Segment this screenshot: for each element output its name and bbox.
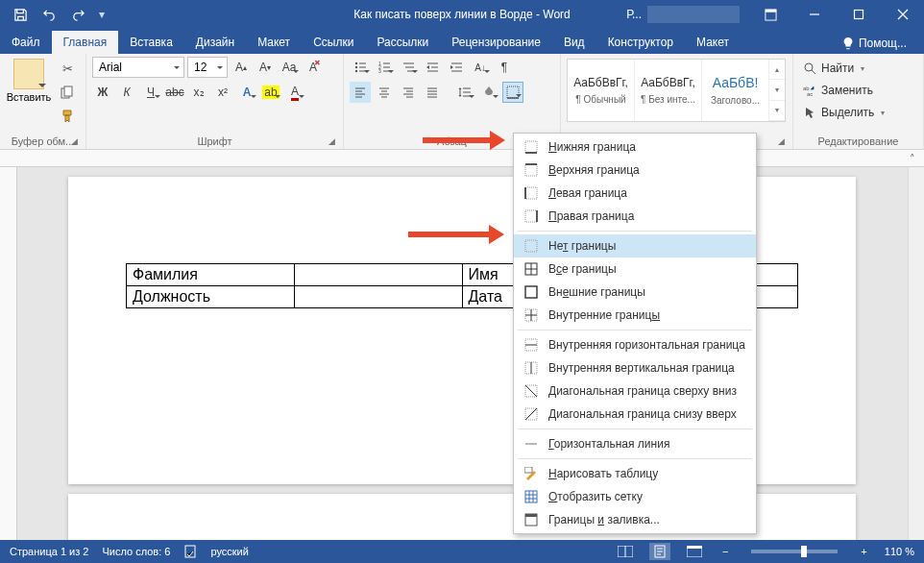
align-left-button[interactable] [350,82,371,103]
find-button[interactable]: Найти▾ [799,59,917,78]
zoom-level[interactable]: 110 % [885,546,914,557]
cut-button[interactable]: ✂ [58,59,77,78]
table-cell[interactable] [294,264,462,286]
menu-border-inside-v[interactable]: Внутренняя вертикальная граница [514,356,756,379]
vertical-ruler[interactable] [0,167,17,540]
clear-formatting-button[interactable]: A✖ [303,57,324,78]
tab-table-layout[interactable]: Макет [685,31,741,54]
decrease-indent-button[interactable] [422,57,443,78]
superscript-button[interactable]: x² [212,82,233,103]
menu-view-gridlines[interactable]: Отобразить сетку [514,485,756,508]
menu-border-bottom[interactable]: Нижняя граница [514,135,756,159]
menu-border-diag-up[interactable]: Диагональная граница снизу вверх [514,403,756,426]
account-area[interactable]: Р... [619,0,747,29]
text-effects-button[interactable]: A [236,82,257,103]
qat-customize[interactable]: ▾ [96,4,108,25]
menu-border-inside-h[interactable]: Внутренняя горизонтальная граница [514,333,756,356]
replace-button[interactable]: abacЗаменить [799,81,917,100]
zoom-in-button[interactable]: + [857,546,870,557]
format-painter-button[interactable] [58,107,77,126]
menu-border-outside[interactable]: Внешние границы [514,281,756,304]
tab-view[interactable]: Вид [552,31,596,54]
menu-border-diag-down[interactable]: Диагональная граница сверху вниз [514,379,756,403]
menu-border-none[interactable]: Нет границы [514,234,756,257]
menu-border-right[interactable]: Правая граница [514,205,756,228]
status-proofing-icon[interactable] [183,545,197,558]
align-right-button[interactable] [398,82,419,103]
tab-table-design[interactable]: Конструктор [596,31,685,54]
table-cell[interactable]: Должность [127,286,295,308]
collapse-ribbon-button[interactable]: ˄ [903,150,922,168]
status-words[interactable]: Число слов: 6 [102,546,170,557]
tab-design[interactable]: Дизайн [184,31,246,54]
numbering-button[interactable]: 123 [374,57,395,78]
status-page[interactable]: Страница 1 из 2 [10,546,88,557]
menu-border-top[interactable]: Верхняя граница [514,159,756,182]
maximize-button[interactable] [838,0,880,29]
subscript-button[interactable]: x₂ [188,82,209,103]
highlight-button[interactable]: ab [260,82,281,103]
menu-border-inside[interactable]: Внутренние границы [514,304,756,327]
menu-border-all[interactable]: Все границы [514,257,756,281]
style-gallery-more[interactable]: ▴▾▾ [769,60,785,121]
align-center-button[interactable] [374,82,395,103]
grow-font-button[interactable]: A▴ [231,57,252,78]
menu-draw-table[interactable]: Нарисовать таблицу [514,462,756,485]
increase-indent-button[interactable] [446,57,467,78]
menu-borders-and-shading[interactable]: Границы и заливка... [514,508,756,531]
horizontal-ruler[interactable] [0,150,924,167]
table-cell[interactable]: Фамилия [127,264,295,286]
underline-button[interactable]: Ч [140,82,161,103]
show-marks-button[interactable]: ¶ [494,57,515,78]
tab-file[interactable]: Файл [0,31,52,54]
view-print-layout[interactable] [649,543,670,560]
table-cell[interactable] [294,286,462,308]
change-case-button[interactable]: Aa [279,57,300,78]
bullets-button[interactable] [350,57,371,78]
style-heading1[interactable]: АаБбВ!Заголово... [702,60,769,121]
tab-insert[interactable]: Вставка [118,31,184,54]
italic-button[interactable]: К [116,82,137,103]
save-button[interactable] [10,4,31,25]
multilevel-list-button[interactable] [398,57,419,78]
select-button[interactable]: Выделить▾ [799,103,917,122]
tab-mailings[interactable]: Рассылки [365,31,440,54]
vertical-scrollbar[interactable] [908,167,924,540]
view-read-mode[interactable] [615,543,636,560]
menu-horizontal-line[interactable]: Горизонтальная линия [514,432,756,455]
close-button[interactable] [882,0,924,29]
minimize-button[interactable] [793,0,836,29]
font-launcher[interactable]: ◢ [326,135,337,147]
font-size-combo[interactable]: 12 [187,57,228,78]
undo-button[interactable] [38,4,60,25]
shrink-font-button[interactable]: A▾ [255,57,276,78]
styles-launcher[interactable]: ◢ [775,135,787,147]
strikethrough-button[interactable]: abc [164,82,185,103]
paste-button[interactable]: Вставить [6,59,52,103]
borders-button[interactable] [502,82,523,103]
bold-button[interactable]: Ж [92,82,113,103]
justify-button[interactable] [422,82,443,103]
view-web-layout[interactable] [684,543,705,560]
style-normal[interactable]: АаБбВвГг,¶ Обычный [568,60,635,121]
style-gallery[interactable]: АаБбВвГг,¶ Обычный АаБбВвГг,¶ Без инте..… [567,59,786,122]
clipboard-launcher[interactable]: ◢ [68,135,80,147]
tab-review[interactable]: Рецензирование [440,31,552,54]
style-no-spacing[interactable]: АаБбВвГг,¶ Без инте... [635,60,702,121]
tell-me[interactable]: Помощ... [834,33,914,54]
redo-button[interactable] [67,4,88,25]
menu-border-left[interactable]: Левая граница [514,182,756,205]
zoom-out-button[interactable]: − [718,546,732,557]
font-color-button[interactable]: A [284,82,305,103]
font-name-combo[interactable]: Arial [92,57,184,78]
sort-button[interactable]: A↓ [470,57,491,78]
ribbon-display-options[interactable] [749,0,791,29]
status-language[interactable]: русский [210,546,248,557]
copy-button[interactable] [58,83,77,102]
line-spacing-button[interactable] [454,82,475,103]
zoom-slider[interactable] [751,550,838,553]
tab-layout[interactable]: Макет [246,31,302,54]
tab-references[interactable]: Ссылки [302,31,365,54]
tab-home[interactable]: Главная [52,31,119,54]
shading-button[interactable] [478,82,499,103]
